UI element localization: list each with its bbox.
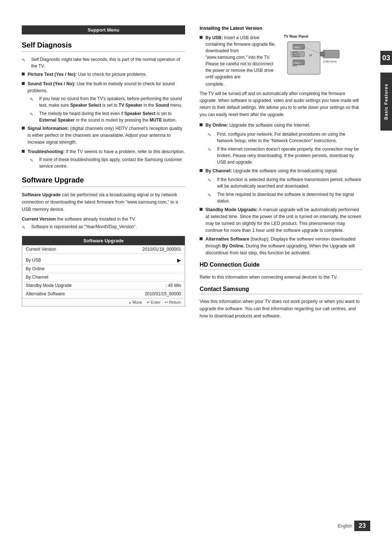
chapter-label: Basic Features bbox=[380, 73, 392, 131]
pencil-icon-4 bbox=[30, 157, 35, 164]
sw-current-value: 2010/01/18_000001 bbox=[142, 247, 181, 252]
support-menu-header: Support Menu bbox=[22, 25, 185, 34]
installing-latest-section: Installing the Latest Version By USB: In… bbox=[200, 25, 362, 256]
sound-subnote-2: The melody be heard during the test even… bbox=[30, 110, 185, 123]
pencil-icon-8 bbox=[208, 177, 213, 184]
page-footer: English 23 bbox=[338, 521, 370, 531]
by-usb-row: By USB: Insert a USB drive containing th… bbox=[205, 34, 362, 80]
software-note: Software is represented as "Year/Month/D… bbox=[22, 223, 185, 231]
svg-text:USB 1: USB 1 bbox=[293, 62, 301, 64]
tv-rear-panel-label: TV Rear Panel bbox=[284, 34, 342, 38]
post-usb-text: The TV will be turned off and on automat… bbox=[200, 90, 362, 118]
page-container: Basic Features 03 Support Menu Self Diag… bbox=[0, 0, 392, 542]
svg-rect-12 bbox=[320, 52, 324, 56]
bullet-square-1 bbox=[22, 73, 25, 75]
sw-box-header: Software Upgrade bbox=[22, 236, 185, 245]
svg-text:or: or bbox=[309, 53, 312, 57]
bullet-square-alt bbox=[200, 237, 203, 240]
page-number: 23 bbox=[354, 521, 370, 531]
chapter-number: 03 bbox=[380, 51, 392, 65]
hd-connection-text: Refer to this information when connectin… bbox=[200, 274, 362, 281]
svg-text:(HDD): (HDD) bbox=[292, 65, 297, 67]
sw-nav-bar: ⬥ Move ↵ Enter ↩ Return bbox=[22, 298, 185, 306]
bullet-square-channel bbox=[200, 169, 203, 172]
sound-test-item: Sound Test (Yes / No): Use the built-in … bbox=[22, 81, 185, 94]
online-note-1: First, configure your network. For detai… bbox=[208, 131, 362, 144]
hd-connection-section: HD Connection Guide Refer to this inform… bbox=[200, 262, 362, 281]
panel-svg: USB 2 DIGITAL AUDIO OUT (OPTICAL) or bbox=[284, 40, 342, 76]
svg-text:USB Drive: USB Drive bbox=[323, 60, 337, 63]
contact-samsung-title: Contact Samsung bbox=[200, 286, 362, 294]
sw-standby-label: Standby Mode Upgrade bbox=[26, 283, 72, 288]
svg-text:(OPTICAL): (OPTICAL) bbox=[291, 56, 300, 58]
by-online-item: By Online: Upgrade the software using th… bbox=[200, 122, 362, 129]
troubleshooting-subnote: If none of these troubleshooting tips ap… bbox=[30, 156, 185, 169]
pencil-icon-3 bbox=[30, 111, 35, 118]
troubleshooting-item: Troubleshooting: If the TV seems to have… bbox=[22, 148, 185, 155]
sw-row-current: Current Version 2010/01/18_000001 bbox=[22, 245, 185, 254]
right-column: Installing the Latest Version By USB: In… bbox=[196, 25, 362, 517]
pencil-icon-1 bbox=[22, 57, 27, 63]
sw-row-alt: Alternative Software 2010/01/15_00000 bbox=[22, 290, 185, 298]
sw-row-standby: Standby Mode Upgrade : 45 Min bbox=[22, 282, 185, 290]
installing-title: Installing the Latest Version bbox=[200, 25, 362, 31]
sw-channel-label: By Channel bbox=[26, 275, 48, 280]
main-content: Support Menu Self Diagnosis Self Diagnos… bbox=[0, 15, 380, 527]
signal-info-item: Signal Information: (digital channels on… bbox=[22, 125, 185, 145]
self-diagnosis-section: Self Diagnosis Self Diagnostic might tak… bbox=[22, 41, 185, 169]
panel-svg-container: USB 2 DIGITAL AUDIO OUT (OPTICAL) or bbox=[284, 40, 342, 77]
contact-samsung-text: View this information when your TV does … bbox=[200, 298, 362, 320]
software-upgrade-title: Software Upgrade bbox=[22, 176, 185, 187]
bullet-square-4 bbox=[22, 150, 25, 153]
by-usb-content: By USB: Insert a USB drive containing th… bbox=[205, 34, 362, 87]
channel-note-1: If the function is selected during the s… bbox=[208, 176, 362, 189]
pencil-icon-9 bbox=[208, 192, 213, 198]
by-usb-text: By USB: Insert a USB drive containing th… bbox=[205, 34, 278, 80]
svg-rect-11 bbox=[323, 50, 339, 58]
signal-info-bold: Signal Information: bbox=[28, 126, 69, 131]
pencil-icon-5 bbox=[22, 224, 27, 231]
bullet-square-usb bbox=[200, 36, 203, 39]
self-diagnosis-intro: Self Diagnostic might take few seconds, … bbox=[22, 56, 185, 69]
bullet-square-online bbox=[200, 123, 203, 126]
bullet-square-standby bbox=[200, 208, 203, 211]
sw-standby-value: : 45 Min bbox=[166, 283, 181, 288]
sw-alt-value: 2010/01/15_00000 bbox=[145, 291, 181, 296]
troubleshooting-bold: Troubleshooting: bbox=[28, 149, 65, 154]
current-version-text: Current Version the software already ins… bbox=[22, 217, 185, 222]
pencil-icon-2 bbox=[30, 96, 35, 103]
sw-online-label: By Online bbox=[26, 266, 45, 271]
sw-current-label: Current Version bbox=[26, 247, 56, 252]
sound-subnote-1: If you hear no sound from the TV's speak… bbox=[30, 95, 185, 108]
pencil-icon-7 bbox=[208, 147, 213, 153]
software-upgrade-intro: Software Upgrade can be performed via a … bbox=[22, 191, 185, 213]
picture-test-bold: Picture Test (Yes / No): bbox=[28, 72, 77, 77]
contact-samsung-section: Contact Samsung View this information wh… bbox=[200, 286, 362, 320]
hd-connection-title: HD Connection Guide bbox=[200, 262, 362, 270]
sw-nav-move: ⬥ Move bbox=[129, 300, 142, 305]
bullet-square-2 bbox=[22, 82, 25, 85]
tv-rear-panel-diagram: TV Rear Panel USB 2 bbox=[284, 34, 342, 77]
picture-test-item: Picture Test (Yes / No): Use to check fo… bbox=[22, 71, 185, 78]
sw-row-usb[interactable]: By USB ▶ bbox=[22, 256, 185, 265]
channel-note-2: The time required to download the softwa… bbox=[208, 191, 362, 204]
by-usb-block: By USB: Insert a USB drive containing th… bbox=[200, 34, 362, 87]
svg-text:USB 2: USB 2 bbox=[293, 46, 301, 49]
sw-row-channel[interactable]: By Channel bbox=[22, 273, 185, 282]
software-upgrade-box: Software Upgrade Current Version 2010/01… bbox=[22, 236, 185, 307]
left-column: Support Menu Self Diagnosis Self Diagnos… bbox=[22, 25, 196, 517]
sw-usb-label: By USB bbox=[26, 258, 41, 263]
sw-alt-label: Alternative Software bbox=[26, 291, 65, 296]
alternative-software-item: Alternative Software (backup): Displays … bbox=[200, 236, 362, 256]
sw-usb-arrow: ▶ bbox=[177, 257, 181, 263]
bullet-square-3 bbox=[22, 127, 25, 130]
sound-test-bold: Sound Test (Yes / No): bbox=[28, 81, 75, 86]
page-language: English bbox=[338, 523, 352, 529]
sw-row-online[interactable]: By Online bbox=[22, 265, 185, 273]
online-note-2: If the internet connection doesn't opera… bbox=[208, 146, 362, 165]
self-diagnosis-title: Self Diagnosis bbox=[22, 41, 185, 52]
pencil-icon-6 bbox=[208, 132, 213, 138]
by-usb-complete-text: complete. bbox=[205, 81, 362, 87]
standby-mode-item: Standby Mode Upgrade: A manual upgrade w… bbox=[200, 206, 362, 234]
software-upgrade-section: Software Upgrade Software Upgrade can be… bbox=[22, 176, 185, 307]
